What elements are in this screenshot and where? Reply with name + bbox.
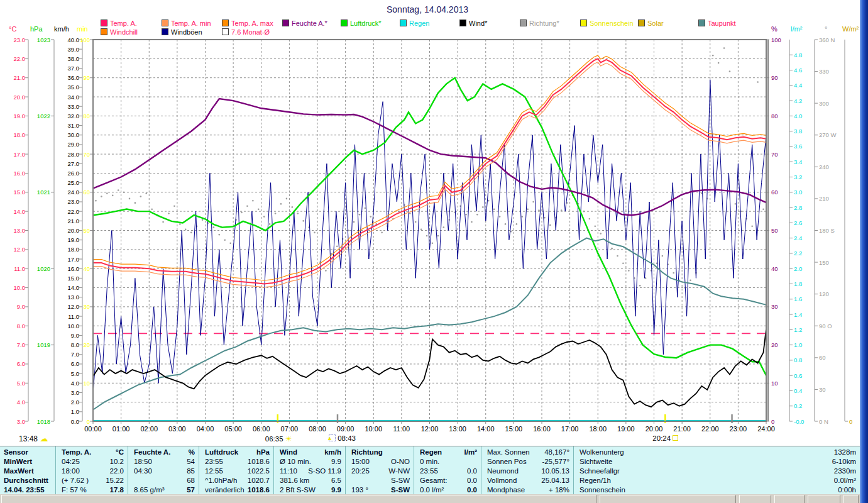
table-cell-value: W-NW xyxy=(388,467,410,476)
table-cell-value: S-SW xyxy=(391,485,410,495)
axis-tick-label: 3.6 xyxy=(794,143,802,150)
axis-tick-label: 0.4 xyxy=(794,387,802,394)
sunset-square-icon xyxy=(673,435,678,441)
richtung-dot xyxy=(521,216,523,218)
axis-header: min xyxy=(77,25,88,33)
richtung-dot xyxy=(488,200,490,202)
table-cell-label: 04:25 xyxy=(62,457,80,467)
status-bar-segment xyxy=(774,495,805,503)
richtung-dot xyxy=(202,219,204,221)
table-cell-label: 04:30 xyxy=(134,467,152,476)
hour-tick-label: 21:00 xyxy=(673,425,691,433)
axis-tick-label: 70 xyxy=(83,151,90,158)
table-cell-label: Temp. A. xyxy=(62,448,91,457)
axis-tick-label: 11.0 xyxy=(68,313,79,320)
table-cell-label: (+ 7.62 ) xyxy=(62,476,89,485)
axis-tick-label: 0.0 xyxy=(71,418,79,425)
axis-tick-label: 13.0 xyxy=(14,227,26,234)
richtung-dot xyxy=(190,232,192,234)
table-column: Temp. A.°C04:2510.218:0022.0(+ 7.62 )15.… xyxy=(58,446,128,494)
table-cell-value: 48,167° xyxy=(544,448,569,457)
table-cell-label: Gesamt: xyxy=(420,476,447,485)
hour-tick-label: 07:00 xyxy=(281,425,299,433)
axis-tick-label: 1021 xyxy=(37,189,50,196)
hour-tick-label: 06:00 xyxy=(253,425,270,433)
richtung-dot xyxy=(735,203,737,205)
table-cell-value: 0:00h xyxy=(838,485,856,495)
richtung-dot xyxy=(757,81,759,83)
axis-tick-label: 11.0 xyxy=(14,265,25,272)
richtung-dot xyxy=(135,202,136,204)
axis-tick-label: 30.0 xyxy=(68,131,80,138)
richtung-dot xyxy=(365,207,366,209)
hour-tick-label: 19:00 xyxy=(617,425,635,433)
table-cell-label: 0 min. xyxy=(420,457,439,467)
richtung-dot xyxy=(229,242,231,244)
axis-tick-label: 40 xyxy=(83,265,90,272)
table-cell-value: 54 xyxy=(187,457,195,467)
row-label: Sensor xyxy=(4,448,28,457)
axis-tick-label: 2.4 xyxy=(794,235,802,241)
axis-tick-label: 60 xyxy=(83,189,90,196)
axis-tick-label: 8.0 xyxy=(71,341,79,348)
axis-tick-label: 1.2 xyxy=(794,326,802,333)
table-cell-label: 11:10 xyxy=(280,467,297,476)
axis-tick-label: 22.0 xyxy=(14,55,26,62)
richtung-dot xyxy=(185,229,187,231)
table-cell-value: S-SW xyxy=(391,476,410,485)
sun-marker-label: 08:43 xyxy=(338,434,356,442)
table-cell-label: Sichtweite xyxy=(580,457,612,467)
axis-tick-label: 80 xyxy=(771,113,778,119)
richtung-dot xyxy=(280,203,282,205)
table-cell-label: Mondphase xyxy=(487,485,525,495)
hour-tick-label: 15:00 xyxy=(505,425,523,433)
axis-tick-label: 1.8 xyxy=(794,280,802,287)
table-cell-value: 15.22 xyxy=(106,476,124,485)
axis-tick-label: 21.0 xyxy=(68,218,80,224)
moonrise-icon: ▲ xyxy=(329,434,336,441)
axis-tick-label: 90 O xyxy=(819,323,832,329)
status-bar-segment xyxy=(739,495,771,503)
axis-tick-label: 30 xyxy=(83,303,90,310)
row-label: MinWert xyxy=(4,457,32,467)
axis-tick-label: 1022 xyxy=(37,113,50,119)
hour-tick-label: 18:00 xyxy=(589,425,607,433)
hour-tick-label: 14:00 xyxy=(477,425,495,433)
axis-tick-label: 35.0 xyxy=(68,84,80,91)
richtung-dot xyxy=(140,196,142,197)
table-cell-label: Wolkenunterg xyxy=(580,448,624,457)
richtung-dot xyxy=(162,221,164,223)
table-cell-value: 57 xyxy=(187,485,195,495)
axis-tick-label: 6.0 xyxy=(17,360,25,367)
richtung-dot xyxy=(381,232,383,234)
axis-tick-label: 4.0 xyxy=(794,113,802,119)
axis-tick-label: 50 xyxy=(771,227,778,234)
axis-tick-label: 1.0 xyxy=(71,408,79,415)
hour-tick-label: 01:00 xyxy=(113,425,130,433)
axis-tick-label: 5.0 xyxy=(71,370,79,377)
axis-tick-label: 330 xyxy=(819,68,829,75)
table-cell-value: + 18% xyxy=(549,485,569,495)
axis-tick-label: 210 xyxy=(819,195,829,202)
axis-tick-label: 39.0 xyxy=(68,46,80,53)
richtung-dot xyxy=(645,277,647,279)
axis-tick-label: 37.0 xyxy=(68,65,80,72)
axis-tick-label: 27.0 xyxy=(68,160,80,167)
table-cell-value: hPa xyxy=(256,448,270,457)
richtung-dot xyxy=(538,209,540,211)
axis-tick-label: 16.0 xyxy=(68,265,80,272)
axis-tick-label: 30 xyxy=(819,386,826,393)
richtung-dot xyxy=(292,206,294,208)
status-bar-segment xyxy=(1,495,596,503)
axis-tick-label: 3.2 xyxy=(794,174,802,180)
axis-tick-label: 12.0 xyxy=(14,246,26,253)
axis-tick-label: 15.0 xyxy=(14,189,26,196)
axis-tick-label: 1023 xyxy=(37,36,50,43)
axis-tick-label: 1019 xyxy=(37,341,50,348)
axis-tick-label: 10 xyxy=(771,380,778,387)
table-cell-value: % xyxy=(189,448,195,457)
axis-tick-label: 19.0 xyxy=(14,113,26,119)
axis-tick-label: 1.4 xyxy=(794,311,802,318)
richtung-dot xyxy=(286,198,288,200)
richtung-dot xyxy=(718,62,720,64)
